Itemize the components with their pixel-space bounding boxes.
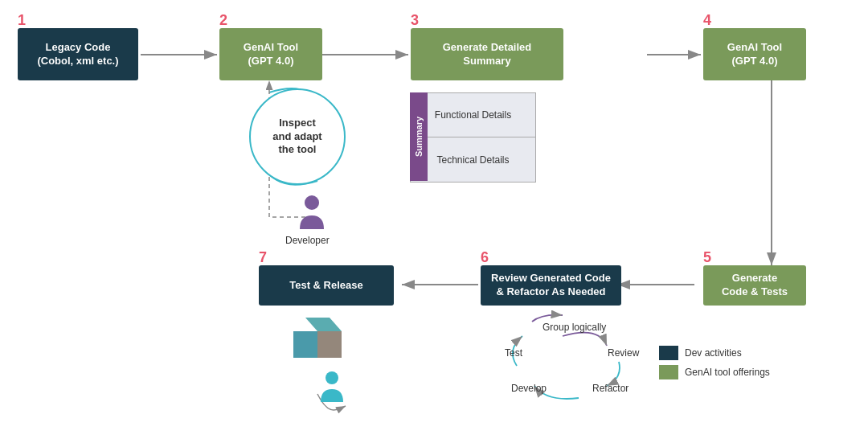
- step-1-box: Legacy Code(Cobol, xml etc.): [18, 28, 138, 80]
- legend-dev-box: [659, 346, 678, 360]
- step-1-label: Legacy Code(Cobol, xml etc.): [37, 41, 118, 68]
- inspect-adapt-circle: Inspectand adaptthe tool: [249, 88, 346, 185]
- summary-details: Functional Details Technical Details: [410, 92, 536, 183]
- svg-point-9: [305, 195, 319, 210]
- cycle-review-label: Review: [608, 347, 639, 359]
- step-5-label: GenerateCode & Tests: [722, 272, 788, 299]
- step-7-label: Test & Release: [289, 279, 363, 293]
- step-4-number: 4: [703, 12, 711, 29]
- svg-marker-10: [305, 318, 342, 331]
- svg-point-13: [326, 371, 338, 384]
- step-3-number: 3: [411, 12, 419, 29]
- diagram: 1 Legacy Code(Cobol, xml etc.) 2 GenAI T…: [0, 0, 868, 443]
- legend-genai-box: [659, 365, 678, 379]
- cube-developer-icon: [317, 370, 346, 408]
- step-4-box: GenAI Tool(GPT 4.0): [703, 28, 806, 80]
- step-7-box: Test & Release: [259, 265, 394, 306]
- step-1-number: 1: [18, 12, 26, 29]
- cycle-test-label: Test: [505, 347, 522, 359]
- step-6-label: Review Generated Code& Refactor As Neede…: [491, 272, 611, 299]
- step-4-label: GenAI Tool(GPT 4.0): [727, 41, 782, 68]
- developer-label: Developer: [285, 235, 330, 246]
- summary-area: Summary Functional Details Technical Det…: [410, 92, 536, 183]
- cycle-develop-label: Develop: [511, 383, 547, 394]
- step-5-number: 5: [703, 249, 711, 266]
- step-6-box: Review Generated Code& Refactor As Neede…: [481, 265, 621, 306]
- step-3-label: Generate DetailedSummary: [443, 41, 532, 68]
- legend-genai-item: GenAI tool offerings: [659, 365, 770, 379]
- step-6-number: 6: [481, 249, 489, 266]
- technical-details-row: Technical Details: [411, 137, 535, 182]
- step-2-number: 2: [219, 12, 227, 29]
- functional-details-row: Functional Details: [411, 93, 535, 137]
- inspect-label: Inspectand adaptthe tool: [272, 117, 321, 158]
- legend: Dev activities GenAI tool offerings: [659, 346, 770, 384]
- cycle-group-label: Group logically: [542, 322, 606, 333]
- legend-dev-label: Dev activities: [685, 347, 742, 359]
- cycle-refactor-label: Refactor: [592, 383, 628, 394]
- svg-marker-11: [293, 331, 317, 358]
- step-2-label: GenAI Tool(GPT 4.0): [244, 41, 298, 68]
- developer-icon: [296, 193, 328, 236]
- step-2-box: GenAI Tool(GPT 4.0): [219, 28, 322, 80]
- step-7-number: 7: [259, 249, 267, 266]
- step-3-box: Generate DetailedSummary: [411, 28, 563, 80]
- summary-label: Summary: [410, 92, 428, 181]
- step-5-box: GenerateCode & Tests: [703, 265, 806, 306]
- svg-marker-12: [317, 331, 342, 358]
- legend-dev-item: Dev activities: [659, 346, 770, 360]
- legend-genai-label: GenAI tool offerings: [685, 367, 770, 378]
